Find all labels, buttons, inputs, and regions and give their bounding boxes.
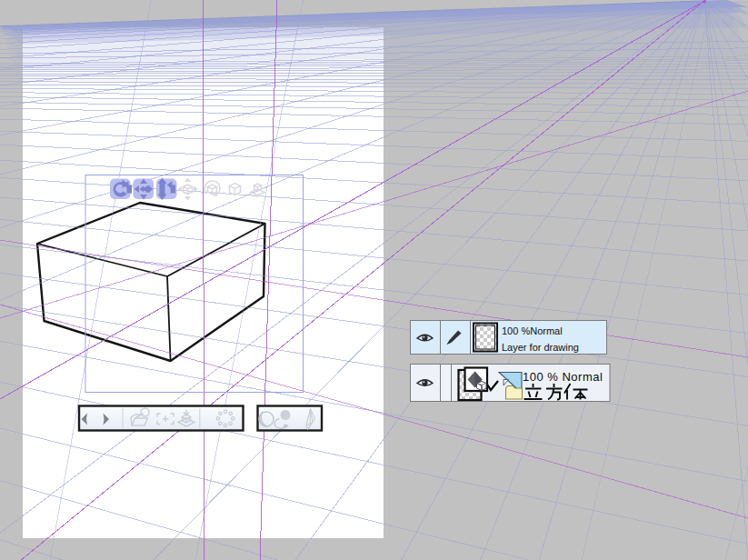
svg-text:100 % Normal: 100 % Normal xyxy=(523,370,603,384)
svg-text:100 %Normal: 100 %Normal xyxy=(502,325,563,336)
svg-text:Layer for drawing: Layer for drawing xyxy=(502,342,579,353)
